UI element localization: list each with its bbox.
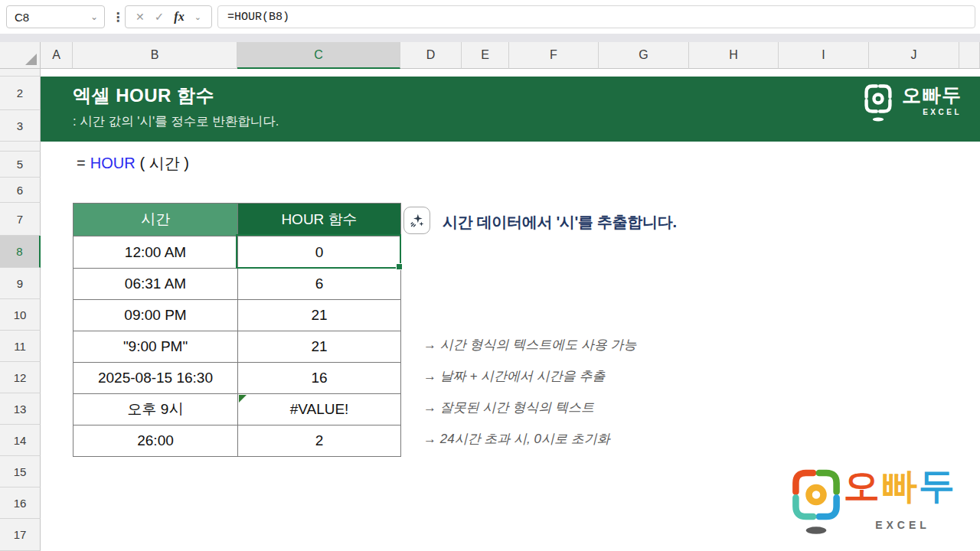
row-header-7[interactable]: 7: [0, 203, 41, 236]
name-box[interactable]: C8 ⌄: [6, 5, 105, 28]
row-header-15[interactable]: 15: [0, 456, 41, 487]
time-cell[interactable]: 26:00: [74, 425, 238, 457]
row-header-12[interactable]: 12: [0, 362, 41, 393]
result-cell[interactable]: 16: [238, 363, 401, 394]
footer-brand-char-1: 오: [844, 465, 881, 506]
footer-brand-sub: EXCEL: [856, 519, 949, 531]
result-cell-error[interactable]: #VALUE!: [238, 394, 401, 425]
row-header-5[interactable]: 5: [0, 152, 41, 178]
footer-brand-char-2: 빠: [881, 465, 919, 506]
note-text-format: → 시간 형식의 텍스트에도 사용 가능: [423, 336, 637, 354]
row-header-17[interactable]: 17: [0, 519, 41, 551]
select-all-triangle-icon: [25, 54, 37, 65]
syntax-args: ( 시간 ): [140, 155, 189, 171]
row-header-14[interactable]: 14: [0, 425, 41, 456]
time-cell[interactable]: 12:00 AM: [74, 236, 238, 269]
footer-brand-name: 오빠두: [844, 462, 956, 510]
column-header-g[interactable]: G: [599, 42, 689, 69]
column-header-d[interactable]: D: [400, 42, 462, 69]
description-heading: 시간 데이터에서 '시'를 추출합니다.: [443, 212, 677, 233]
brand-logo-header: 오빠두 EXCEL: [861, 83, 962, 122]
column-header-f[interactable]: F: [509, 42, 599, 69]
note-invalid-format: → 잘못된 시간 형식의 텍스트: [423, 399, 594, 416]
name-box-value: C8: [15, 11, 29, 24]
title-banner: 엑셀 HOUR 함수 : 시간 값의 '시'를 정수로 반환합니다. 오빠두 E…: [41, 77, 980, 142]
fx-dropdown-icon[interactable]: ⌄: [194, 12, 201, 22]
column-header-c[interactable]: C: [237, 42, 400, 69]
column-header-partial[interactable]: [959, 42, 980, 69]
row-header-3[interactable]: 3: [0, 110, 41, 142]
table-header-hour[interactable]: HOUR 함수: [238, 204, 401, 236]
formula-bar: C8 ⌄ ⋮ ✕ ✓ fx ⌄ =HOUR(B8): [0, 0, 980, 34]
row-header-10[interactable]: 10: [0, 299, 41, 331]
column-header-i[interactable]: I: [779, 42, 869, 69]
row-header-2[interactable]: 2: [0, 77, 41, 110]
time-cell[interactable]: 오후 9시: [74, 394, 238, 425]
syntax-line: =HOUR( 시간 ): [77, 153, 189, 174]
result-cell[interactable]: 21: [238, 331, 401, 363]
select-all-button[interactable]: [0, 42, 41, 69]
row-header-1[interactable]: 1: [0, 69, 41, 77]
cancel-icon[interactable]: ✕: [136, 11, 145, 23]
column-header-a[interactable]: A: [41, 42, 73, 69]
more-options-icon[interactable]: ⋮: [112, 5, 124, 28]
result-cell[interactable]: 6: [238, 269, 401, 300]
page-title: 엑셀 HOUR 함수: [73, 83, 214, 108]
page-subtitle: : 시간 값의 '시'를 정수로 반환합니다.: [73, 113, 279, 130]
result-cell[interactable]: 21: [238, 300, 401, 331]
brand-camera-icon: [861, 83, 895, 122]
sparkle-icon: [410, 213, 425, 228]
error-triangle-icon: [239, 395, 247, 403]
table-header-time[interactable]: 시간: [74, 204, 238, 236]
brand-name: 오빠두: [902, 83, 962, 106]
enter-icon[interactable]: ✓: [155, 10, 165, 24]
time-cell[interactable]: 09:00 PM: [74, 300, 238, 331]
insert-function-icon[interactable]: fx: [174, 10, 184, 24]
row-header-11[interactable]: 11: [0, 331, 41, 362]
quick-analysis-button[interactable]: [403, 207, 430, 234]
row-header-9[interactable]: 9: [0, 268, 41, 299]
name-box-dropdown-icon[interactable]: ⌄: [90, 11, 98, 22]
syntax-function-name: HOUR: [90, 155, 136, 171]
note-over-24h: → 24시간 초과 시, 0시로 초기화: [423, 430, 610, 448]
fill-handle[interactable]: [396, 263, 403, 270]
formula-input[interactable]: =HOUR(B8): [217, 5, 975, 28]
formula-text: =HOUR(B8): [227, 11, 289, 24]
excel-window: C8 ⌄ ⋮ ✕ ✓ fx ⌄ =HOUR(B8) A B C D E F G …: [0, 0, 980, 551]
note-datetime: → 날짜 + 시간에서 시간을 추출: [423, 367, 606, 385]
time-cell[interactable]: "9:00 PM": [74, 331, 238, 363]
row-header-13[interactable]: 13: [0, 393, 41, 425]
toolbar-separator: [0, 34, 980, 42]
column-header-e[interactable]: E: [462, 42, 509, 69]
column-header-j[interactable]: J: [869, 42, 959, 69]
column-header-h[interactable]: H: [689, 42, 779, 69]
syntax-equals: =: [77, 155, 86, 171]
active-cell-selection: [236, 234, 401, 269]
column-header-b[interactable]: B: [73, 42, 237, 69]
time-cell[interactable]: 2025-08-15 16:30: [74, 363, 238, 394]
time-cell[interactable]: 06:31 AM: [74, 269, 238, 300]
footer-brand-char-3: 두: [919, 465, 956, 506]
footer-camera-icon: [787, 468, 845, 536]
row-header-4[interactable]: [0, 142, 41, 152]
row-header-6[interactable]: 6: [0, 178, 41, 203]
formula-controls: ✕ ✓ fx ⌄: [125, 5, 212, 28]
row-header-16[interactable]: 16: [0, 487, 41, 519]
brand-sub: EXCEL: [923, 108, 962, 116]
row-header-8[interactable]: 8: [0, 236, 41, 268]
result-cell[interactable]: 2: [238, 425, 401, 457]
